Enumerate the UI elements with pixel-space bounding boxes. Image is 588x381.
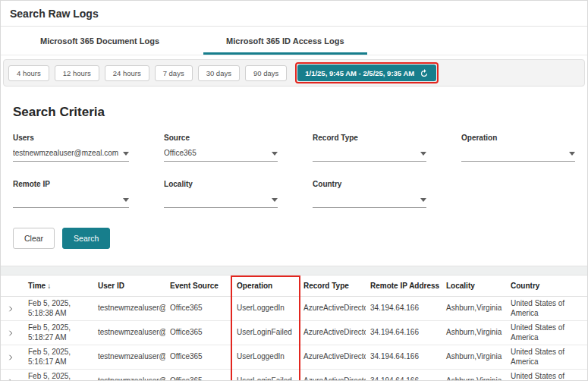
locality-select[interactable] [164, 195, 278, 208]
col-user-id[interactable]: User ID [93, 276, 165, 297]
cell-time: Feb 5, 2025, 5:16:12 AM [24, 370, 93, 381]
cell-record-type: AzureActiveDirectorySts [299, 370, 366, 381]
cell-operation: UserLoginFailed [232, 370, 299, 381]
time-filter-7-days[interactable]: 7 days [155, 65, 193, 81]
col-time-label: Time [28, 282, 46, 290]
remote-ip-select[interactable] [13, 195, 129, 208]
country-select[interactable] [313, 195, 426, 208]
remote-ip-label: Remote IP [13, 180, 129, 188]
users-value: testnewmzealuser@mzeal.com [13, 149, 118, 157]
cell-country: United States of America [506, 297, 587, 321]
cell-locality: Ashburn,Virginia [442, 370, 506, 381]
cell-country: United States of America [506, 345, 587, 370]
time-filter-30-days[interactable]: 30 days [198, 65, 240, 81]
log-type-tabs: Microsoft 365 Document Logs Microsoft 36… [1, 27, 587, 55]
cell-time: Feb 5, 2025, 5:18:38 AM [24, 297, 93, 321]
remote-ip-value [13, 195, 118, 203]
cell-operation: UserLoginFailed [232, 321, 299, 345]
cell-locality: Ashburn,Virginia [442, 345, 506, 370]
col-expand [1, 276, 24, 297]
time-filter-90-days[interactable]: 90 days [245, 65, 287, 81]
cell-event-source: Office365 [165, 321, 232, 345]
cell-record-type: AzureActiveDirectorySts [299, 297, 366, 321]
operation-label: Operation [461, 134, 575, 142]
search-raw-logs-page: Search Raw Logs Microsoft 365 Document L… [0, 0, 588, 381]
chevron-down-icon [123, 198, 129, 202]
users-select[interactable]: testnewmzealuser@mzeal.com [13, 149, 129, 162]
operation-select[interactable] [461, 149, 575, 162]
results-table: Time↓ User ID Event Source Operation Rec… [1, 276, 587, 381]
section-separator [1, 266, 587, 276]
record-type-label: Record Type [313, 134, 426, 142]
row-expand-chevron-icon[interactable] [5, 352, 16, 363]
field-country: Country [313, 180, 426, 208]
search-button[interactable]: Search [62, 228, 110, 249]
col-country[interactable]: Country [506, 276, 587, 297]
col-time[interactable]: Time↓ [24, 276, 93, 297]
country-value [313, 195, 416, 203]
cell-time: Feb 5, 2025, 5:18:27 AM [24, 321, 93, 345]
locality-value [164, 195, 267, 203]
results-table-wrap: Time↓ User ID Event Source Operation Rec… [1, 276, 587, 381]
cell-record-type: AzureActiveDirectorySts [299, 345, 366, 370]
field-operation: Operation [461, 134, 575, 162]
criteria-actions: Clear Search [13, 228, 575, 249]
cell-user-id: testnewmzealuser@mzeal.com [93, 370, 165, 381]
cell-locality: Ashburn,Virginia [442, 321, 506, 345]
cell-event-source: Office365 [165, 345, 232, 370]
field-record-type: Record Type [313, 134, 426, 162]
chevron-down-icon [123, 152, 129, 156]
record-type-select[interactable] [313, 149, 426, 162]
row-expand-chevron-icon[interactable] [5, 376, 16, 381]
chevron-down-icon [569, 152, 575, 156]
operation-value [461, 149, 564, 157]
chevron-down-icon [272, 198, 278, 202]
record-type-value [313, 149, 416, 157]
cell-locality: Ashburn,Virginia [442, 297, 506, 321]
chevron-down-icon [272, 152, 278, 156]
table-row: Feb 5, 2025, 5:18:38 AM testnewmzealuser… [1, 297, 587, 321]
clear-button[interactable]: Clear [13, 228, 55, 249]
table-row: Feb 5, 2025, 5:16:12 AM testnewmzealuser… [1, 370, 587, 381]
cell-country: United States of America [506, 321, 587, 345]
time-filter-4-hours[interactable]: 4 hours [8, 65, 49, 81]
tab-document-logs[interactable]: Microsoft 365 Document Logs [17, 27, 182, 55]
col-locality[interactable]: Locality [442, 276, 506, 297]
col-event-source[interactable]: Event Source [165, 276, 232, 297]
cell-record-type: AzureActiveDirectorySts [299, 321, 366, 345]
time-filter-24-hours[interactable]: 24 hours [105, 65, 149, 81]
cell-user-id: testnewmzealuser@mzeal.com [93, 321, 165, 345]
cell-time: Feb 5, 2025, 5:16:17 AM [24, 345, 93, 370]
field-users: Users testnewmzealuser@mzeal.com [13, 134, 129, 162]
tab-id-access-logs[interactable]: Microsoft 365 ID Access Logs [203, 27, 366, 55]
search-criteria-title: Search Criteria [13, 105, 575, 120]
source-select[interactable]: Office365 [164, 149, 278, 162]
criteria-fields: Users testnewmzealuser@mzeal.com Source … [13, 134, 575, 208]
page-header: Search Raw Logs [1, 1, 587, 27]
search-criteria-section: Search Criteria Users testnewmzealuser@m… [1, 105, 587, 249]
source-label: Source [164, 134, 278, 142]
users-label: Users [13, 134, 129, 142]
table-row: Feb 5, 2025, 5:16:17 AM testnewmzealuser… [1, 345, 587, 370]
time-filter-12-hours[interactable]: 12 hours [55, 65, 99, 81]
col-operation[interactable]: Operation [232, 276, 299, 297]
table-header-row: Time↓ User ID Event Source Operation Rec… [1, 276, 587, 297]
field-locality: Locality [164, 180, 278, 208]
cell-operation: UserLoggedIn [232, 345, 299, 370]
col-record-type[interactable]: Record Type [299, 276, 366, 297]
row-expand-chevron-icon[interactable] [5, 304, 16, 314]
date-range-annotation-box: 1/1/25, 9:45 AM - 2/5/25, 9:35 AM [295, 62, 439, 83]
time-filter-bar: 4 hours 12 hours 24 hours 7 days 30 days… [3, 59, 585, 87]
custom-date-range-button[interactable]: 1/1/25, 9:45 AM - 2/5/25, 9:35 AM [297, 65, 436, 81]
locality-label: Locality [164, 180, 278, 188]
cell-country: United States of America [506, 370, 587, 381]
col-remote-ip[interactable]: Remote IP Address [366, 276, 442, 297]
country-label: Country [313, 180, 426, 188]
cell-event-source: Office365 [165, 297, 232, 321]
cell-user-id: testnewmzealuser@mzeal.com [93, 297, 165, 321]
cell-operation: UserLoggedIn [232, 297, 299, 321]
refresh-icon[interactable] [420, 68, 429, 77]
row-expand-chevron-icon[interactable] [5, 328, 16, 338]
chevron-down-icon [420, 152, 426, 156]
cell-remote-ip: 34.194.64.166 [366, 297, 442, 321]
